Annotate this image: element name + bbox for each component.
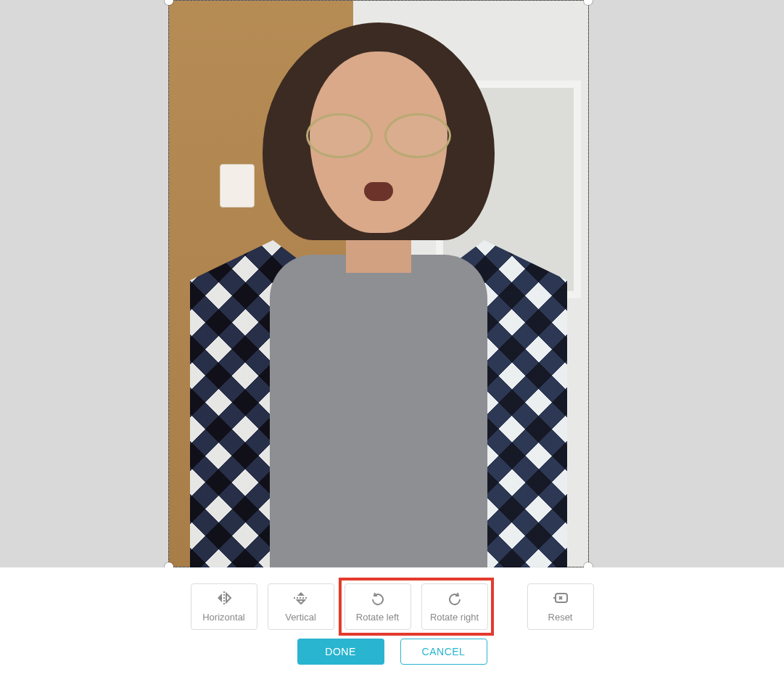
rotate-left-icon [369,591,387,607]
portrait-wall-device [220,164,255,208]
portrait-tshirt [270,255,487,567]
crop-handle-bottom-left[interactable] [165,562,173,567]
done-button[interactable]: DONE [297,639,384,665]
rotate-right-label: Rotate right [430,612,479,623]
rotate-left-label: Rotate left [356,612,399,623]
transform-toolbar: Horizontal Vertical Rotate left Rotate r… [0,567,784,639]
reset-button[interactable]: Reset [527,583,594,630]
dialog-actions: DONE CANCEL [0,639,784,678]
rotate-right-button[interactable]: Rotate right [421,583,488,630]
crop-canvas[interactable] [0,0,784,567]
flip-vertical-label: Vertical [285,612,316,623]
done-button-label: DONE [325,646,355,657]
reset-label: Reset [548,612,573,623]
flip-vertical-button[interactable]: Vertical [268,583,334,630]
flip-horizontal-label: Horizontal [202,612,245,623]
portrait-mouth [364,182,393,201]
cancel-button-label: CANCEL [422,646,466,657]
flip-horizontal-icon [215,591,233,607]
crop-handle-top-right[interactable] [584,0,593,5]
toolbar-gap [498,583,517,630]
flip-horizontal-button[interactable]: Horizontal [191,583,257,630]
reset-icon [552,591,569,607]
crop-selection[interactable] [168,0,589,567]
rotate-left-button[interactable]: Rotate left [344,583,411,630]
rotate-right-icon [446,591,463,607]
cancel-button[interactable]: CANCEL [400,639,487,665]
flip-vertical-icon [292,591,310,607]
portrait-glasses [306,113,451,157]
crop-handle-bottom-right[interactable] [584,562,593,567]
